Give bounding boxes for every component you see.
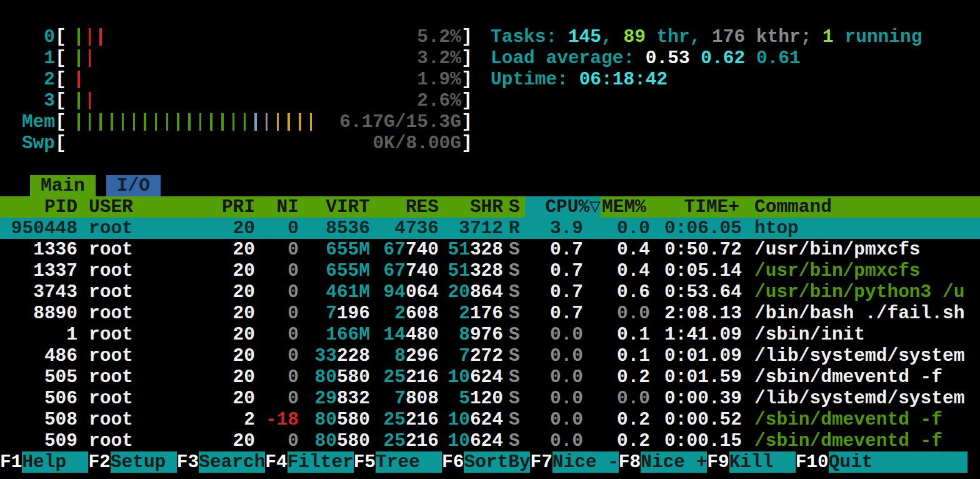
cell-ni: 0 (255, 366, 299, 388)
cell-virt: 29832 (299, 388, 370, 409)
fkey-label: Help (22, 451, 88, 473)
meter-bar-green (78, 28, 80, 46)
col-header-pri[interactable]: PRI (155, 196, 255, 218)
col-header-command[interactable]: Command (739, 196, 980, 218)
meter-bar-green (221, 113, 224, 131)
process-row[interactable]: 505root200805802521610624S0.00.20:01.59/… (0, 366, 980, 388)
meter-bar-red (89, 49, 91, 67)
process-table-header: PID USER PRI NI VIRT RES SHR S CPU%▽ MEM… (0, 196, 980, 218)
cell-command: /sbin/dmeventd -f (742, 430, 980, 451)
process-row[interactable]: 508root2-18805802521610624S0.00.20:00.52… (0, 409, 980, 430)
process-table: 950448root200853647363712R3.90.00:06.05h… (0, 218, 980, 451)
cell-res: 67740 (370, 260, 439, 281)
process-row[interactable]: 486root2003322882967272S0.00.10:01.09/li… (0, 345, 980, 366)
col-header-mem[interactable]: MEM% (601, 196, 650, 218)
fkey-sortby[interactable]: F6SortBy (442, 451, 530, 473)
cell-pid: 8890 (0, 303, 78, 324)
uptime-line: Uptime: 06:18:42 (491, 69, 978, 90)
cell-time: 0:01.09 (650, 345, 742, 366)
fkey-help[interactable]: F1Help (0, 451, 88, 473)
process-row[interactable]: 1336root200655M6774051328S0.70.40:50.72/… (0, 239, 980, 260)
process-row[interactable]: 509root200805802521610624S0.00.20:00.15/… (0, 430, 980, 451)
cell-shr: 5120 (439, 388, 503, 409)
fkey-number: F2 (88, 451, 110, 473)
meter-bar-green (122, 113, 124, 131)
cell-command: /bin/bash ./fail.sh (742, 303, 980, 324)
col-header-shr[interactable]: SHR (439, 196, 503, 218)
fkey-setup[interactable]: F2Setup (88, 451, 176, 473)
cell-pid: 505 (0, 366, 78, 388)
function-key-bar: F1HelpF2SetupF3SearchF4FilterF5TreeF6Sor… (0, 451, 980, 473)
cpu-3-meter-label: 3 (0, 90, 55, 111)
cell-command: /usr/bin/python3 /u (742, 281, 980, 303)
meter-close-bracket: ] (461, 26, 472, 48)
fkey-nice-[interactable]: F8Nice + (619, 451, 707, 473)
fkey-label: SortBy (464, 451, 530, 473)
process-row[interactable]: 8890root200719626082176S0.70.02:08.13/bi… (0, 303, 980, 324)
cpu-1-meter: 1[3.2%] (0, 48, 481, 69)
tab-main[interactable]: Main (30, 175, 96, 196)
process-row[interactable]: 1337root200655M6774051328S0.70.40:05.14/… (0, 260, 980, 281)
cpu-2-meter-bar-zone: 1.9% (66, 69, 461, 90)
cell-shr: 3712 (439, 218, 503, 239)
cell-res: 94064 (370, 281, 439, 303)
col-header-time[interactable]: TIME+ (650, 196, 739, 218)
cell-pri: 20 (155, 218, 255, 239)
memory-meter: Mem[6.17G/15.3G] (0, 111, 481, 133)
cpu-3-meter-value: 2.6% (417, 90, 461, 111)
process-row[interactable]: 3743root200461M9406420864S0.70.60:53.64/… (0, 281, 980, 303)
meter-open-bracket: [ (55, 90, 66, 111)
col-header-cpu-sort[interactable]: CPU%▽ (525, 196, 601, 218)
cell-cpu: 0.0 (525, 388, 583, 409)
cell-command: /lib/systemd/system (742, 345, 980, 366)
fkey-nice-[interactable]: F7Nice - (530, 451, 618, 473)
cell-virt: 166M (299, 324, 370, 345)
cell-state: S (503, 409, 525, 430)
fkey-filter[interactable]: F4Filter (265, 451, 353, 473)
process-row[interactable]: 1root200166M144808976S0.00.11:41.09/sbin… (0, 324, 980, 345)
cell-res: 25216 (370, 409, 439, 430)
col-header-virt[interactable]: VIRT (299, 196, 370, 218)
cell-cpu: 0.7 (525, 303, 583, 324)
meter-open-bracket: [ (55, 69, 66, 90)
col-header-res[interactable]: RES (370, 196, 439, 218)
meter-bar-red (89, 28, 91, 46)
cell-virt: 33228 (299, 345, 370, 366)
cell-res: 4736 (370, 218, 439, 239)
system-meters: 0[5.2%]1[3.2%]2[1.9%]3[2.6%]Mem[6.17G/15… (0, 26, 481, 154)
cell-pid: 1 (0, 324, 78, 345)
cell-shr: 8976 (439, 324, 503, 345)
cpu-0-meter-value: 5.2% (417, 26, 461, 48)
tab-io[interactable]: I/O (106, 175, 161, 196)
cell-command: htop (742, 218, 980, 239)
fkey-quit[interactable]: F10Quit (796, 451, 968, 473)
fkey-tree[interactable]: F5Tree (354, 451, 442, 473)
cell-state: S (503, 366, 525, 388)
meter-bar-green (177, 113, 179, 131)
col-header-pid[interactable]: PID (0, 196, 78, 218)
cell-state: S (503, 239, 525, 260)
col-header-state[interactable]: S (503, 196, 525, 218)
cell-command: /lib/systemd/system (742, 388, 980, 409)
cell-user: root (78, 303, 155, 324)
col-header-user[interactable]: USER (78, 196, 155, 218)
meter-open-bracket: [ (55, 111, 66, 133)
fkey-kill[interactable]: F9Kill (707, 451, 795, 473)
cell-user: root (78, 366, 155, 388)
fkey-search[interactable]: F3Search (177, 451, 265, 473)
meter-bar-blue (254, 113, 257, 131)
swap-meter-bar-zone: 0K/8.00G (66, 133, 461, 154)
cell-virt: 655M (299, 239, 370, 260)
process-row-selected[interactable]: 950448root200853647363712R3.90.00:06.05h… (0, 218, 980, 239)
cell-cpu: 0.0 (525, 366, 583, 388)
cell-pri: 20 (155, 239, 255, 260)
cpu-1-meter-bar-zone: 3.2% (66, 48, 461, 69)
cell-pid: 486 (0, 345, 78, 366)
cell-res: 25216 (370, 430, 439, 451)
cell-ni: 0 (255, 345, 299, 366)
swap-meter-label: Swp (0, 133, 55, 154)
process-row[interactable]: 506root2002983278085120S0.00.00:00.39/li… (0, 388, 980, 409)
cell-pid: 1337 (0, 260, 78, 281)
cpu-1-meter-value: 3.2% (417, 48, 461, 69)
col-header-ni[interactable]: NI (255, 196, 299, 218)
